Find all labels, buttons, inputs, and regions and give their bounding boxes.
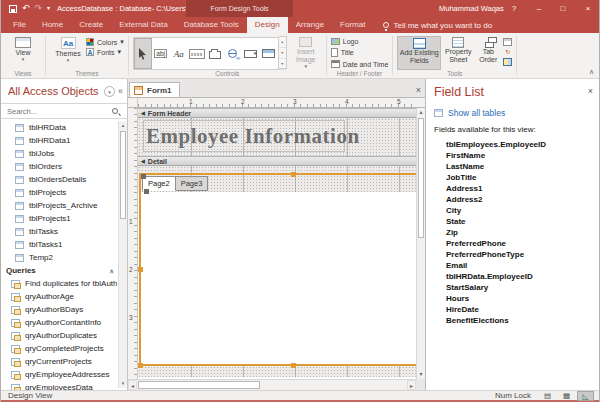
- scroll-down-icon[interactable]: ▾: [119, 379, 127, 388]
- property-sheet-button[interactable]: Property Sheet: [441, 36, 475, 64]
- save-icon[interactable]: [9, 5, 17, 13]
- hyperlink-control[interactable]: [224, 38, 242, 69]
- redo-button[interactable]: ↷: [35, 0, 43, 17]
- scroll-up-icon[interactable]: ▴: [417, 108, 425, 117]
- add-existing-fields-button[interactable]: Add Existing Fields: [397, 36, 441, 70]
- page-move-handle[interactable]: [144, 189, 149, 194]
- textbox-control[interactable]: ab|: [152, 38, 170, 69]
- collapse-group-icon[interactable]: ∧: [110, 267, 114, 274]
- select-pointer-control[interactable]: [134, 38, 152, 69]
- nav-table-item[interactable]: tblOrdersDetails: [1, 173, 117, 186]
- search-icon[interactable]: [112, 108, 118, 114]
- field-list-item[interactable]: PreferredPhone: [434, 238, 595, 249]
- field-list-item[interactable]: Hours: [434, 293, 595, 304]
- nav-table-item[interactable]: tblProjects: [1, 186, 117, 199]
- resize-handle-left[interactable]: [138, 267, 143, 272]
- nav-query-item[interactable]: qryEmployeesData: [1, 381, 117, 390]
- field-list-item[interactable]: LastName: [434, 161, 595, 172]
- gallery-up-icon[interactable]: ▴: [279, 37, 286, 48]
- date-time-button[interactable]: Date and Time: [331, 60, 389, 68]
- field-list-item[interactable]: Email: [434, 260, 595, 271]
- field-list-item[interactable]: Address1: [434, 183, 595, 194]
- field-list-item[interactable]: State: [434, 216, 595, 227]
- nav-table-item[interactable]: tblTasks1: [1, 238, 117, 251]
- title-button[interactable]: Title: [331, 48, 389, 57]
- show-all-tables-link[interactable]: Show all tables: [434, 108, 595, 118]
- field-list-item[interactable]: PreferredPhoneType: [434, 249, 595, 260]
- nav-query-item[interactable]: qryAuthorDuplicates: [1, 329, 117, 342]
- controls-gallery-scrollbar[interactable]: ▴ ▾ ▾: [279, 36, 287, 69]
- gallery-more-icon[interactable]: ▾: [279, 59, 286, 70]
- close-document-icon[interactable]: ×: [416, 85, 421, 95]
- nav-query-item[interactable]: qryAuthorAge: [1, 290, 117, 303]
- field-list-item[interactable]: BenefitElections: [434, 315, 595, 326]
- insert-image-button[interactable]: Insert Image ▾: [290, 36, 322, 70]
- form-view-button[interactable]: ▤: [539, 391, 556, 401]
- logo-button[interactable]: Logo: [331, 38, 389, 45]
- horizontal-ruler[interactable]: 1 2 3 4 5: [138, 98, 416, 108]
- view-button[interactable]: View ▾: [5, 36, 41, 63]
- nav-menu-icon[interactable]: ▾: [104, 86, 115, 97]
- resize-handle-top[interactable]: [291, 172, 296, 177]
- resize-handle-corner[interactable]: [138, 363, 143, 368]
- nav-table-item[interactable]: tblProjects_Archive: [1, 199, 117, 212]
- undo-button[interactable]: ↶: [22, 0, 30, 17]
- shutter-bar-collapse-icon[interactable]: «: [118, 86, 123, 96]
- navigation-pane-title[interactable]: All Access Objects: [8, 85, 104, 97]
- nav-group-queries[interactable]: Queries ∧: [1, 264, 117, 277]
- field-list-item[interactable]: Zip: [434, 227, 595, 238]
- scrollbar-thumb[interactable]: [138, 381, 260, 389]
- nav-query-item[interactable]: qryEmployeeAddresses: [1, 368, 117, 381]
- convert-macros-button[interactable]: [503, 58, 512, 66]
- nav-table-item[interactable]: tblOrders: [1, 160, 117, 173]
- scrollbar-thumb[interactable]: [120, 131, 126, 219]
- form-header-grid[interactable]: Employee Information: [138, 118, 416, 156]
- gallery-down-icon[interactable]: ▾: [279, 48, 286, 59]
- document-tab-form1[interactable]: Form1: [129, 82, 180, 97]
- field-list-item[interactable]: tblHRData.EmployeeID: [434, 271, 595, 282]
- vertical-ruler[interactable]: 1 2 3: [128, 108, 138, 379]
- account-name[interactable]: Muhammad Waqas: [439, 0, 504, 17]
- tab-create[interactable]: Create: [71, 17, 111, 33]
- nav-table-item[interactable]: tblJobs: [1, 147, 117, 160]
- maximize-button[interactable]: □: [552, 0, 574, 17]
- field-list-item[interactable]: FirstName: [434, 150, 595, 161]
- search-input[interactable]: [7, 107, 112, 116]
- nav-query-item[interactable]: qryAuthorBDays: [1, 303, 117, 316]
- field-list-item[interactable]: HireDate: [434, 304, 595, 315]
- subform-control[interactable]: [260, 38, 278, 69]
- colors-button[interactable]: Colors ▾: [86, 38, 124, 46]
- themes-button[interactable]: Aa Themes ▾: [50, 36, 86, 64]
- minimize-button[interactable]: –: [528, 0, 550, 17]
- nav-table-item[interactable]: Temp2: [1, 251, 117, 264]
- page3-tab[interactable]: Page3: [176, 176, 209, 191]
- scrollbar-thumb[interactable]: [418, 118, 424, 238]
- tab-control[interactable]: [206, 38, 224, 69]
- design-view-button[interactable]: ◺: [577, 391, 594, 401]
- tab-design[interactable]: Design: [247, 17, 288, 33]
- nav-query-item[interactable]: qryAuthorContantInfo: [1, 316, 117, 329]
- scroll-down-icon[interactable]: ▾: [417, 370, 425, 379]
- tab-arrange[interactable]: Arrange: [288, 17, 332, 33]
- collapse-ribbon-icon[interactable]: ∧: [589, 68, 594, 76]
- datasheet-view-button[interactable]: ▦: [558, 391, 575, 401]
- field-list-item[interactable]: JobTitle: [434, 172, 595, 183]
- tab-order-button[interactable]: Tab Order: [475, 36, 501, 64]
- fonts-button[interactable]: A Fonts ▾: [86, 48, 124, 56]
- form-vertical-scrollbar[interactable]: ▴ ▾: [416, 108, 425, 379]
- ruler-corner[interactable]: [128, 98, 138, 108]
- tab-control-page-body[interactable]: [141, 192, 416, 364]
- nav-table-item[interactable]: tblProjects1: [1, 212, 117, 225]
- form-title-label[interactable]: Employee Information: [143, 120, 345, 152]
- nav-table-item[interactable]: tblTasks: [1, 225, 117, 238]
- close-button[interactable]: ×: [577, 0, 599, 17]
- label-control[interactable]: Aa: [170, 38, 188, 69]
- combobox-control[interactable]: [242, 38, 260, 69]
- nav-query-item[interactable]: qryCompletedProjects: [1, 342, 117, 355]
- scroll-up-icon[interactable]: ▴: [119, 121, 127, 130]
- detail-section-bar[interactable]: ◀ Detail: [138, 156, 416, 166]
- help-button[interactable]: ?: [503, 0, 525, 17]
- nav-table-item[interactable]: tblHRData: [1, 121, 117, 134]
- nav-query-item[interactable]: qryCurrentProjects: [1, 355, 117, 368]
- tab-external-data[interactable]: External Data: [111, 17, 175, 33]
